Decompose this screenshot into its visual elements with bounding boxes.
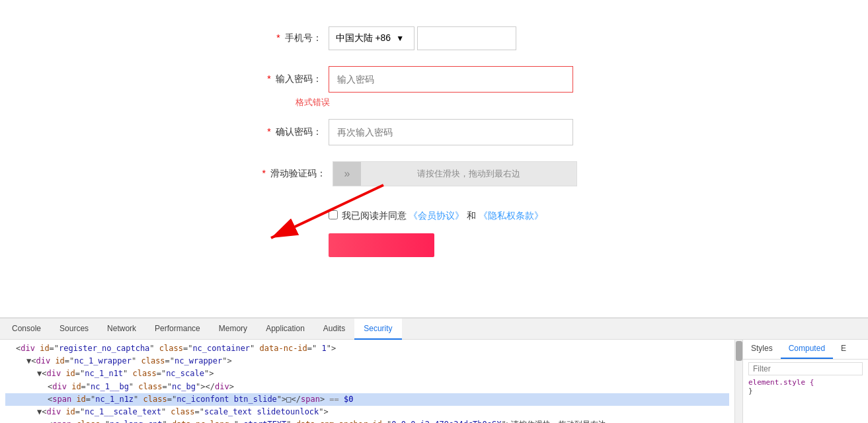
styles-tabs: Styles Computed E [743, 340, 868, 360]
password-label: * 输入密码： [262, 73, 322, 85]
tab-styles[interactable]: Styles [743, 340, 781, 359]
html-line[interactable]: ▼<div id="nc_1__scale_text" class="scale… [5, 406, 729, 418]
selected-html-line[interactable]: <span id="nc_1_n1z" class="nc_iconfont b… [5, 393, 729, 406]
slider-text: 请按住滑块，拖动到最右边 [361, 168, 576, 180]
html-panel[interactable]: <div id="register_no_captcha" class="nc_… [0, 340, 734, 423]
tab-computed[interactable]: Computed [781, 340, 833, 359]
scrollbar[interactable] [734, 340, 742, 423]
confirm-password-input[interactable] [329, 119, 573, 145]
styles-panel: Styles Computed E element.style { } [742, 340, 868, 423]
captcha-row: * 滑动验证码： » 请按住滑块，拖动到最右边 [262, 161, 606, 186]
html-line[interactable]: ▼<div id="nc_1_n1t" class="nc_scale"> [5, 367, 729, 380]
agreement-checkbox[interactable] [329, 210, 338, 219]
agreement-row: 我已阅读并同意 《会员协议》 和 《隐私权条款》 [262, 209, 606, 223]
required-star-captcha: * [262, 168, 266, 178]
required-star: * [276, 32, 280, 43]
member-agreement-link[interactable]: 《会员协议》 [409, 210, 464, 221]
tab-performance[interactable]: Performance [145, 319, 210, 340]
styles-filter-input[interactable] [748, 362, 863, 375]
tab-network[interactable]: Network [98, 319, 145, 340]
privacy-link[interactable]: 《隐私权条款》 [479, 210, 543, 221]
tab-application[interactable]: Application [256, 319, 314, 340]
main-content: * 手机号： 中国大陆 +86 ▼ * 输入密码： 格式错误 * 确 [0, 0, 868, 317]
html-line[interactable]: ▼<div id="nc_1_wrapper" class="nc_wrappe… [5, 355, 729, 367]
html-line[interactable]: <span class="nc-lang-cnt" data-nc-lang="… [5, 418, 729, 423]
html-line[interactable]: <div id="nc_1__bg" class="nc_bg"></div> [5, 381, 729, 393]
phone-country-select[interactable]: 中国大陆 +86 ▼ [329, 26, 414, 50]
confirm-label: * 确认密码： [262, 126, 322, 138]
tab-event-listeners[interactable]: E [833, 340, 854, 359]
confirm-password-row: * 确认密码： [262, 119, 606, 145]
required-star-password: * [267, 73, 270, 84]
dropdown-arrow-icon: ▼ [396, 34, 404, 43]
html-line[interactable]: <div id="register_no_captcha" class="nc_… [5, 342, 729, 355]
slider-captcha[interactable]: » 请按住滑块，拖动到最右边 [333, 161, 577, 186]
scroll-thumb[interactable] [736, 341, 742, 361]
css-rule: element.style { [748, 378, 863, 387]
password-input[interactable] [329, 66, 573, 93]
submit-area [262, 233, 606, 260]
tab-sources[interactable]: Sources [50, 319, 98, 340]
tab-audits[interactable]: Audits [314, 319, 354, 340]
captcha-label: * 滑动验证码： [262, 168, 326, 180]
phone-number-input[interactable] [417, 26, 516, 50]
devtools-body: <div id="register_no_captcha" class="nc_… [0, 340, 868, 423]
submit-button[interactable] [329, 233, 434, 257]
tab-console[interactable]: Console [3, 319, 50, 340]
required-star-confirm: * [267, 126, 270, 137]
devtools-panel: Console Sources Network Performance Memo… [0, 317, 868, 423]
tab-security[interactable]: Security [354, 319, 401, 340]
agreement-text: 我已阅读并同意 《会员协议》 和 《隐私权条款》 [342, 209, 544, 223]
css-rule-close: } [748, 387, 863, 395]
devtools-tabs: Console Sources Network Performance Memo… [0, 319, 868, 340]
phone-label: * 手机号： [262, 32, 322, 44]
slider-button[interactable]: » [333, 162, 361, 186]
tab-memory[interactable]: Memory [210, 319, 256, 340]
error-message: 格式错误 [296, 96, 639, 108]
styles-body: element.style { } [743, 360, 868, 398]
phone-row: * 手机号： 中国大陆 +86 ▼ [262, 26, 606, 50]
password-row: * 输入密码： [262, 66, 606, 93]
